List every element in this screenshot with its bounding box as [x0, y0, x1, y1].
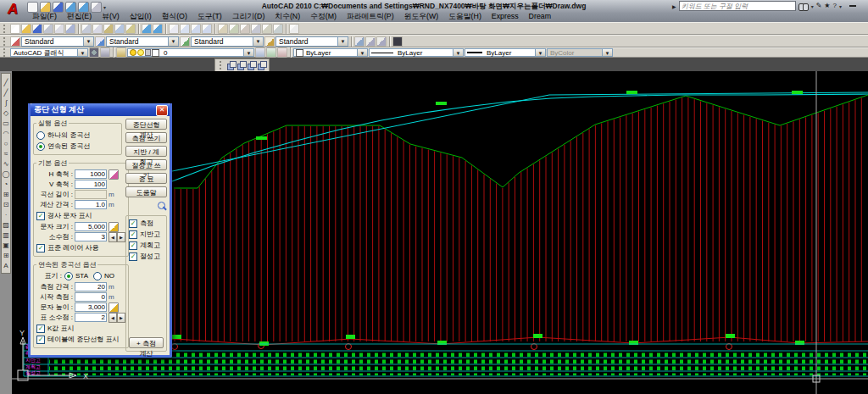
make-object-layer-current-icon[interactable]	[255, 47, 265, 58]
undo-icon[interactable]	[142, 24, 152, 34]
text-style-icon[interactable]	[10, 36, 20, 47]
sheet-set-manager-icon[interactable]	[251, 24, 261, 34]
qnew-icon[interactable]	[10, 24, 20, 34]
layer-previous-icon[interactable]	[266, 47, 276, 58]
zoom-magnifier-icon[interactable]	[157, 202, 167, 212]
menu-편집E[interactable]: 편집(E)	[62, 11, 97, 22]
pick-on-screen-icon[interactable]	[108, 169, 119, 180]
lineweight-toggle-icon[interactable]	[392, 36, 403, 47]
field-input[interactable]: 20	[75, 282, 107, 291]
menu-도움말H[interactable]: 도움말(H)	[443, 11, 487, 22]
designcenter-icon[interactable]	[229, 24, 239, 34]
table-profile-checkbox[interactable]: ✓ 테이블에 종단선형 표시	[36, 335, 125, 344]
search-dropdown-icon[interactable]: ▾	[811, 3, 814, 9]
polygon-icon[interactable]: ◇	[3, 108, 10, 118]
text-size-icon[interactable]	[108, 222, 119, 232]
infocenter-expand-icon[interactable]: ▶	[672, 3, 676, 9]
spinner-left-icon[interactable]: ◀	[108, 232, 117, 242]
paste-icon[interactable]	[103, 24, 114, 34]
linetype-combo[interactable]: ByLayer ▼	[369, 48, 464, 57]
toolbar-grip[interactable]	[3, 48, 8, 57]
menu-파라메트릭P[interactable]: 파라메트릭(P)	[342, 11, 399, 22]
slope-text-checkbox[interactable]: ✓ 경사 문자 표시	[36, 211, 125, 220]
my-workspace-icon[interactable]	[100, 47, 110, 58]
spinner[interactable]: ◀▶	[108, 313, 125, 323]
dialog-button-1[interactable]: 측점 쓰기	[125, 132, 167, 143]
field-input[interactable]: 1.0	[75, 200, 107, 209]
spinner-left-icon[interactable]: ◀	[108, 313, 117, 323]
open-icon[interactable]	[21, 24, 31, 34]
multileader-style-combo[interactable]: Standard▼	[275, 36, 348, 47]
plot-preview-icon[interactable]	[54, 24, 64, 34]
multileader-style-icon[interactable]	[264, 36, 275, 47]
line-icon[interactable]: ╱	[3, 78, 10, 87]
save-icon[interactable]	[32, 24, 42, 34]
output-checkbox-0[interactable]: ✓측점	[129, 219, 164, 228]
color-combo[interactable]: ByLayer ▼	[293, 48, 368, 57]
menu-치수N[interactable]: 치수(N)	[270, 11, 305, 22]
checkbox-icon[interactable]: ✓	[36, 336, 45, 344]
menu-삽입I[interactable]: 삽입(I)	[125, 11, 157, 22]
spline-icon[interactable]: ∿	[3, 159, 10, 169]
text-style-combo[interactable]: Standard▼	[21, 36, 94, 47]
toolbar-grip[interactable]	[3, 37, 8, 46]
block-editor-icon[interactable]	[125, 24, 136, 34]
layer-properties-manager-icon[interactable]	[116, 47, 126, 58]
text-size-icon[interactable]	[108, 302, 119, 313]
checkbox-icon[interactable]: ✓	[36, 244, 45, 252]
menu-파일F[interactable]: 파일(F)	[27, 11, 62, 22]
region-icon[interactable]: ▣	[3, 241, 10, 250]
gradient-icon[interactable]: ▥	[3, 230, 10, 240]
chevron-down-icon[interactable]: ▼	[253, 37, 263, 46]
toolbar-grip[interactable]	[220, 61, 224, 69]
chevron-down-icon[interactable]: ▼	[83, 37, 93, 46]
pan-icon[interactable]	[169, 24, 179, 34]
exec-radio-1[interactable]: 연속된 종곡선	[36, 142, 119, 151]
dialog-button-3[interactable]: 절성고 쓰기	[125, 159, 167, 170]
station-calc-button[interactable]: + 측점 계산	[129, 337, 164, 348]
send-to-back-icon[interactable]	[237, 61, 246, 69]
checkbox-icon[interactable]: ✓	[129, 230, 137, 239]
help-icon[interactable]	[289, 24, 299, 34]
dimension-style-combo[interactable]: Standard▼	[106, 36, 179, 47]
annotation-visibility-icon[interactable]	[365, 36, 376, 47]
lineweight-combo[interactable]: ByLayer ▼	[465, 48, 546, 57]
chevron-down-icon[interactable]: ▼	[357, 49, 367, 56]
field-input[interactable]: 1000	[75, 169, 107, 179]
chevron-down-icon[interactable]: ▼	[453, 49, 463, 56]
radio-icon[interactable]	[36, 131, 45, 140]
point-icon[interactable]: ·	[3, 210, 10, 219]
field-input[interactable]: 3,000	[75, 302, 107, 312]
revision-cloud-icon[interactable]: ≈	[3, 149, 10, 158]
dialog-button-0[interactable]: 종단선형 계산	[125, 119, 167, 130]
toolbar-grip[interactable]	[3, 25, 8, 33]
layer-freeze-sun-icon[interactable]	[137, 49, 144, 56]
table-style-combo[interactable]: Standard▼	[191, 36, 264, 47]
subscription-icon[interactable]: ✎	[816, 2, 822, 10]
insert-block-icon[interactable]: ⊞	[3, 190, 10, 199]
radio-icon[interactable]	[36, 142, 45, 151]
field-input[interactable]: 2	[75, 313, 107, 322]
field-input[interactable]: 100	[75, 180, 107, 189]
checkbox-icon[interactable]: ✓	[129, 241, 137, 250]
ellipse-arc-icon[interactable]: ◔	[3, 180, 10, 189]
plot-icon[interactable]	[43, 24, 53, 34]
table-icon[interactable]: ⊞	[3, 251, 10, 260]
standard-layer-checkbox[interactable]: ✓ 표준 레이어 사용	[36, 243, 125, 252]
properties-icon[interactable]	[218, 24, 228, 34]
annotation-scale-icon[interactable]	[354, 36, 364, 47]
k-value-checkbox[interactable]: ✓ K값 표시	[36, 324, 125, 333]
checkbox-icon[interactable]: ✓	[36, 212, 45, 220]
menu-Express[interactable]: Express	[487, 11, 524, 22]
output-checkbox-1[interactable]: ✓지반고	[129, 230, 164, 239]
ellipse-icon[interactable]: ◯	[3, 169, 10, 179]
hatch-icon[interactable]: ▨	[3, 220, 10, 230]
menu-그리기D[interactable]: 그리기(D)	[227, 11, 270, 22]
autocad-logo-icon[interactable]: A	[2, 0, 24, 20]
notation-radio-0[interactable]: STA	[64, 272, 88, 280]
arc-icon[interactable]: ◠	[3, 129, 10, 138]
menu-뷰V[interactable]: 뷰(V)	[97, 11, 125, 22]
bring-to-front-icon[interactable]	[227, 61, 236, 69]
table-style-icon[interactable]	[180, 36, 190, 47]
spinner[interactable]: ◀▶	[108, 232, 125, 242]
